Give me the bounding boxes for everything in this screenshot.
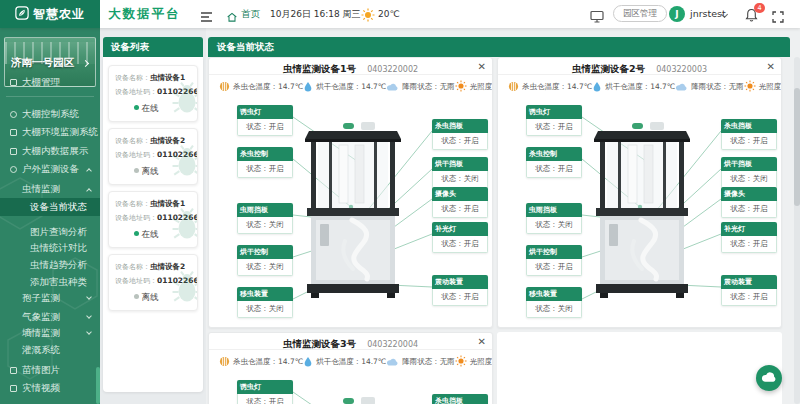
device-card[interactable]: 设备名称：虫情设备2 设备地址码：0110226666 离线 <box>108 128 198 185</box>
bug-icon <box>169 207 198 245</box>
sidebar-item-pest-statistics-comparison[interactable]: 虫情统计对比 <box>0 239 100 257</box>
device-card[interactable]: 设备名称：虫情设备2 设备地址码：0110226666 离线 <box>108 254 198 311</box>
sidebar-scrollbar[interactable] <box>96 367 100 404</box>
menu-collapse-icon[interactable] <box>200 8 213 27</box>
sidebar-item-label: 大棚内数据展示 <box>22 145 89 156</box>
sidebar-item-label: 气象监测 <box>22 311 60 322</box>
sidebar-item-pest-monitoring[interactable]: 虫情监测 <box>0 180 100 198</box>
sidebar-item-label: 灾情视频 <box>22 382 60 393</box>
home-link[interactable]: 首页 <box>241 0 260 28</box>
stat-text: 烘干仓温度：14.7℃ <box>316 357 386 367</box>
rain-cloud-icon <box>386 82 399 93</box>
component-label-move-device: 移虫装置状态：关闭 <box>237 287 293 318</box>
sidebar-item-soil-moisture-monitoring[interactable]: 墒情监测 <box>0 324 100 342</box>
sidebar-item-greenhouse-data-display[interactable]: 大棚内数据展示 <box>0 142 100 160</box>
device-name-label: 设备名称： <box>115 200 150 208</box>
panel-device-code: 0403220004 <box>367 340 418 349</box>
home-icon[interactable] <box>226 8 238 27</box>
component-label-title: 虫雨挡板 <box>526 203 582 217</box>
component-label-title: 诱虫灯 <box>526 105 582 119</box>
bug-icon <box>169 81 198 119</box>
sidebar-divider <box>6 96 94 97</box>
component-label-status: 状态：关闭 <box>526 301 582 318</box>
component-label-title: 杀虫控制 <box>526 147 582 161</box>
video-icon <box>10 385 17 392</box>
component-label-title: 补光灯 <box>432 222 488 236</box>
component-label-status: 状态：开启 <box>432 133 488 150</box>
component-label-kill-control: 杀虫控制状态：开启 <box>526 147 582 178</box>
component-label-status: 状态：关闭 <box>721 171 777 188</box>
stat-text: 杀虫仓温度：14.7℃ <box>522 82 592 92</box>
sidebar-item-label: 大棚环境监测系统 <box>22 126 98 137</box>
sidebar-item-greenhouse-management[interactable]: 大棚管理 <box>0 73 100 91</box>
platform-title: 大数据平台 <box>108 0 181 28</box>
sidebar-item-disaster-video[interactable]: 灾情视频 <box>0 379 100 397</box>
avatar[interactable]: J <box>669 6 685 22</box>
screen-cast-icon[interactable] <box>590 8 604 27</box>
droplet-icon <box>303 356 313 369</box>
close-icon[interactable]: ✕ <box>478 58 486 75</box>
device-card[interactable]: 设备名称：虫情设备1 设备地址码：0110226666 在线 <box>108 65 198 122</box>
sidebar-item-greenhouse-env-monitoring[interactable]: 大棚环境监测系统 <box>0 123 100 141</box>
component-label-rain-baffle: 虫雨挡板状态：关闭 <box>526 203 582 234</box>
panel-device-code: 0403220003 <box>656 65 707 74</box>
main-scrollbar-thumb[interactable] <box>794 88 800 206</box>
monitor-icon <box>10 129 17 136</box>
component-label-status: 状态：开启 <box>432 289 488 306</box>
chevron-down-icon <box>86 313 92 319</box>
outdoor-device-icon <box>10 166 17 173</box>
sidebar-item-seedling-images[interactable]: 苗情图片 <box>0 361 100 379</box>
close-icon[interactable]: ✕ <box>767 58 775 75</box>
chevron-right-icon <box>82 60 89 67</box>
sidebar-item-label: 户外监测设备 <box>22 163 79 174</box>
component-label-status: 状态：关闭 <box>237 217 293 234</box>
device-panel-3: 虫情监测设备3号 0403220004 ✕ 杀虫仓温度：14.7℃ 烘干仓温度：… <box>208 332 493 404</box>
sidebar-item-label: 添加害虫种类 <box>30 276 87 287</box>
bell-icon[interactable]: 4 <box>745 7 761 23</box>
sidebar-item-spore-monitoring[interactable]: 孢子监测 <box>0 289 100 307</box>
device-illustration <box>594 121 690 305</box>
sidebar-item-device-current-status[interactable]: 设备当前状态 <box>0 198 100 216</box>
notification-badge: 4 <box>754 3 765 13</box>
sidebar-item-label: 虫情监测 <box>22 183 60 194</box>
component-label-title: 杀虫挡板 <box>432 119 488 133</box>
main-scrollbar[interactable] <box>794 57 800 404</box>
temperature-text: 20℃ <box>378 0 400 28</box>
sidebar-item-outdoor-monitoring-devices[interactable]: 户外监测设备 <box>0 160 100 178</box>
sidebar-item-label: 灌溉系统 <box>22 344 60 355</box>
component-label-title: 补光灯 <box>721 222 777 236</box>
component-label-dry-baffle: 烘干挡板状态：关闭 <box>432 157 488 188</box>
close-icon[interactable]: ✕ <box>478 333 486 350</box>
device-name-label: 设备名称： <box>115 74 150 82</box>
sidebar-item-irrigation-system[interactable]: 灌溉系统 <box>0 341 100 359</box>
sidebar-item-greenhouse-control-system[interactable]: 大棚控制系统 <box>0 105 100 123</box>
datetime-text: 10月26日 16:18 周三 <box>270 0 361 28</box>
topbar: 智慧农业 大数据平台 首页 10月26日 16:18 周三 20℃ 园区管理 J… <box>0 0 800 28</box>
chamber-thermometer-icon <box>219 81 230 94</box>
main-content: 设备当前状态 虫情监测设备1号 0403220002 ✕ 杀虫仓温度：14.7℃… <box>206 28 800 404</box>
stat-text: 光照度：9159Lux <box>759 82 782 92</box>
cloud-upload-button[interactable] <box>756 365 782 391</box>
stat-text: 光照度：9159Lux <box>470 357 493 367</box>
device-card[interactable]: 设备名称：虫情设备1 设备地址码：0110226666 在线 <box>108 191 198 248</box>
component-label-status: 状态：开启 <box>432 201 488 218</box>
park-manage-button[interactable]: 园区管理 <box>613 5 667 22</box>
device-list-panel: 设备列表 设备名称：虫情设备1 设备地址码：0110226666 在线 设备名称… <box>103 37 203 404</box>
fullscreen-icon[interactable] <box>772 8 784 27</box>
sidebar-item-pest-trend-analysis[interactable]: 虫情趋势分析 <box>0 256 100 274</box>
component-label-dry-baffle: 烘干挡板状态：关闭 <box>721 157 777 188</box>
greenhouse-icon <box>10 79 17 86</box>
sidebar-item-label: 虫情统计对比 <box>30 242 87 253</box>
component-label-status: 状态：开启 <box>721 236 777 253</box>
status-text: 在线 <box>142 229 159 239</box>
component-label-rain-baffle: 虫雨挡板状态：关闭 <box>237 203 293 234</box>
panel-title: 虫情监测设备3号 <box>283 338 356 349</box>
component-label-title: 震动装置 <box>721 275 777 289</box>
empty-panel-slot <box>497 332 782 404</box>
component-label-kill-baffle: 杀虫挡板状态：开启 <box>721 119 777 150</box>
bug-icon <box>169 144 198 182</box>
status-text: 离线 <box>142 292 159 302</box>
bug-icon <box>169 270 198 308</box>
control-gear-icon <box>10 111 17 118</box>
component-label-status: 状态：开启 <box>721 201 777 218</box>
